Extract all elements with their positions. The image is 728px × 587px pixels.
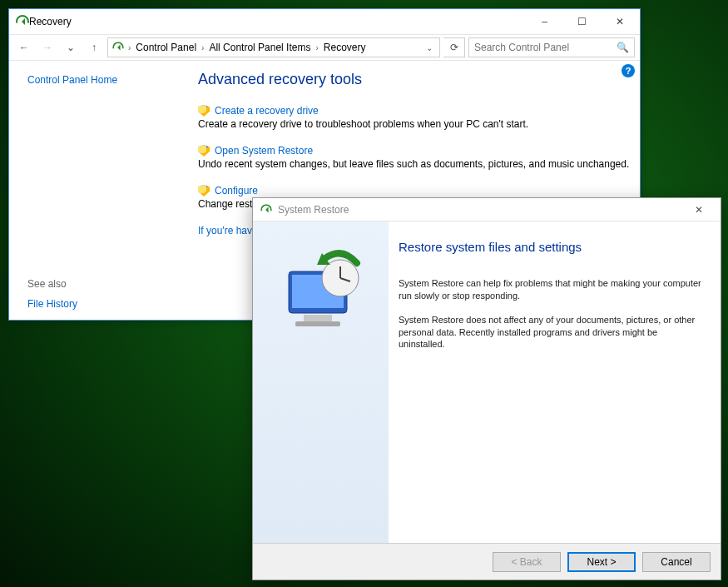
open-system-restore-desc: Undo recent system changes, but leave fi…	[198, 158, 631, 170]
search-icon[interactable]: 🔍	[617, 42, 629, 53]
restore-graphic-icon	[275, 246, 367, 338]
shield-icon	[198, 145, 210, 157]
sidebar-home-link[interactable]: Control Panel Home	[27, 74, 175, 86]
breadcrumb-dropdown[interactable]: ⌄	[423, 43, 436, 52]
shield-icon	[198, 105, 210, 117]
create-recovery-drive-desc: Create a recovery drive to troubleshoot …	[198, 118, 631, 130]
back-button[interactable]: ←	[14, 37, 34, 57]
breadcrumb-sep: ›	[128, 43, 131, 52]
cancel-button[interactable]: Cancel	[642, 552, 711, 572]
address-bar: ← → ⌄ ↑ › Control Panel › All Control Pa…	[9, 34, 640, 61]
crumb-all-items[interactable]: All Control Panel Items	[207, 42, 312, 53]
recovery-icon	[16, 15, 29, 28]
dialog-button-row: < Back Next > Cancel	[253, 543, 721, 580]
next-button[interactable]: Next >	[567, 552, 636, 572]
dialog-paragraph-2: System Restore does not affect any of yo…	[399, 314, 706, 351]
maximize-button[interactable]: ☐	[563, 10, 601, 33]
svg-rect-2	[304, 315, 332, 321]
close-button[interactable]: ✕	[601, 10, 638, 33]
breadcrumb-icon	[112, 42, 124, 53]
dialog-close-button[interactable]: ✕	[682, 200, 716, 220]
breadcrumb-sep: ›	[315, 43, 318, 52]
sidebar: Control Panel Home See also File History	[9, 61, 188, 320]
crumb-control-panel[interactable]: Control Panel	[134, 42, 198, 53]
see-also-label: See also	[27, 278, 175, 290]
page-heading: Advanced recovery tools	[198, 71, 631, 88]
dialog-sidebar	[253, 221, 389, 543]
window-title: Recovery	[29, 16, 526, 27]
tool-open-system-restore: Open System Restore Undo recent system c…	[198, 145, 631, 170]
search-input[interactable]	[474, 42, 617, 53]
dialog-main: Restore system files and settings System…	[389, 221, 721, 543]
dialog-paragraph-1: System Restore can help fix problems tha…	[399, 277, 706, 302]
dialog-heading: Restore system files and settings	[399, 240, 706, 254]
svg-rect-3	[295, 321, 340, 326]
dialog-titlebar[interactable]: System Restore ✕	[253, 198, 721, 221]
recent-locations-button[interactable]: ⌄	[61, 37, 81, 57]
search-box[interactable]: 🔍	[468, 37, 635, 57]
tool-create-recovery-drive: Create a recovery drive Create a recover…	[198, 105, 631, 130]
see-also: See also File History	[27, 278, 175, 310]
breadcrumb[interactable]: › Control Panel › All Control Panel Item…	[107, 37, 440, 57]
minimize-button[interactable]: –	[526, 10, 563, 33]
dialog-title: System Restore	[278, 204, 682, 216]
titlebar[interactable]: Recovery – ☐ ✕	[9, 9, 640, 34]
breadcrumb-sep: ›	[201, 43, 204, 52]
back-button[interactable]: < Back	[493, 552, 561, 572]
create-recovery-drive-link[interactable]: Create a recovery drive	[215, 105, 319, 117]
configure-system-restore-link[interactable]: Configure	[215, 185, 258, 196]
refresh-button[interactable]: ⟳	[443, 37, 465, 57]
up-button[interactable]: ↑	[84, 37, 104, 57]
system-restore-icon	[260, 204, 272, 216]
shield-icon	[198, 185, 210, 196]
help-icon[interactable]: ?	[622, 64, 635, 77]
open-system-restore-link[interactable]: Open System Restore	[215, 145, 313, 157]
system-restore-dialog: System Restore ✕ Restore system files an…	[252, 197, 721, 580]
forward-button[interactable]: →	[37, 37, 57, 57]
crumb-recovery[interactable]: Recovery	[322, 42, 368, 53]
dialog-body: Restore system files and settings System…	[253, 221, 721, 543]
having-problems-link[interactable]: If you're havi	[198, 225, 255, 236]
window-buttons: – ☐ ✕	[526, 10, 638, 33]
file-history-link[interactable]: File History	[27, 298, 77, 310]
